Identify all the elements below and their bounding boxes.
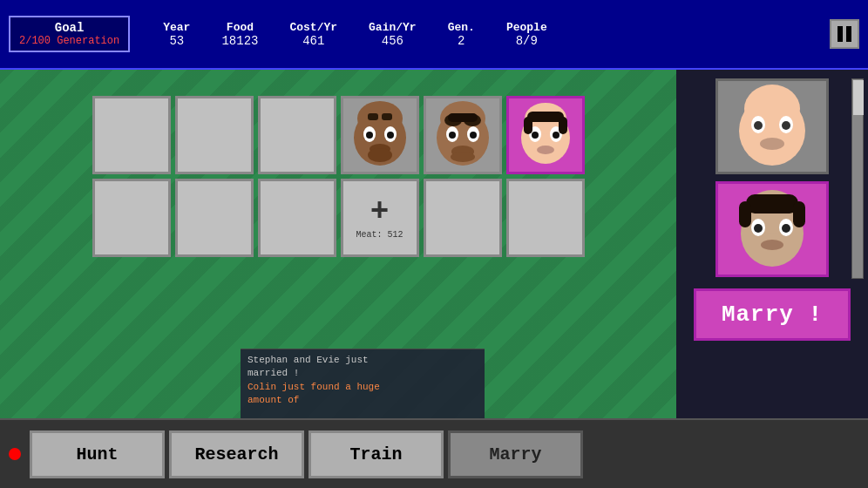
main-area: + Meat: 512 Stephan and Evie just marrie… [0, 70, 868, 418]
svg-point-15 [470, 132, 477, 139]
portrait-face-2 [720, 186, 824, 273]
research-button[interactable]: Research [169, 430, 304, 478]
svg-rect-20 [448, 113, 478, 122]
svg-point-45 [782, 224, 790, 233]
svg-point-26 [553, 132, 559, 139]
food-value: 18123 [221, 34, 258, 48]
char-slot-2[interactable] [175, 96, 254, 174]
svg-point-17 [451, 152, 475, 162]
game-area: + Meat: 512 Stephan and Evie just marrie… [0, 70, 676, 418]
portrait-face-1 [720, 83, 824, 170]
svg-rect-8 [368, 113, 378, 120]
char-slot-5[interactable] [424, 96, 502, 174]
gain-label: Gain/Yr [369, 21, 417, 34]
svg-rect-29 [524, 117, 532, 134]
svg-point-25 [532, 132, 539, 139]
char-slot-8[interactable] [175, 179, 254, 257]
stat-cost: Cost/Yr 461 [289, 21, 337, 48]
cost-label: Cost/Yr [289, 21, 337, 34]
food-label: Food [227, 21, 254, 34]
people-value: 8/9 [516, 34, 538, 48]
scroll-thumb[interactable] [853, 80, 864, 115]
svg-point-44 [754, 224, 763, 233]
character-face-4 [346, 101, 414, 169]
character-grid: + Meat: 512 [92, 96, 585, 257]
pause-icon [837, 26, 851, 42]
char-slot-1[interactable] [92, 96, 171, 174]
stat-year: Year 53 [163, 21, 190, 48]
gen-label: Gen. [448, 21, 475, 34]
goal-title: Goal [19, 21, 119, 35]
portrait-slot-2[interactable] [715, 181, 829, 277]
character-face-6 [512, 101, 580, 169]
meat-label: Meat: 512 [356, 230, 403, 240]
right-panel: Marry ! [676, 70, 868, 418]
svg-point-5 [387, 132, 394, 139]
svg-point-4 [366, 132, 373, 139]
people-label: People [506, 21, 547, 34]
char-slot-3[interactable] [258, 96, 336, 174]
svg-point-38 [760, 138, 784, 150]
svg-rect-30 [559, 117, 567, 134]
stat-gen: Gen. 2 [448, 21, 475, 48]
log-line-2: married ! [248, 367, 478, 380]
log-found: Colin just found a huge [248, 382, 380, 392]
stat-food: Food 18123 [221, 21, 258, 48]
marry-button[interactable]: Marry ! [694, 288, 851, 341]
add-slot[interactable]: + Meat: 512 [341, 179, 419, 257]
svg-rect-9 [382, 113, 392, 120]
cost-value: 461 [302, 34, 324, 48]
plus-icon: + [370, 197, 390, 228]
goal-box: Goal 2/100 Generation [9, 16, 130, 52]
marry-tab-button[interactable]: Marry [448, 430, 583, 478]
train-button[interactable]: Train [309, 430, 444, 478]
log-married: married ! [248, 368, 299, 378]
svg-point-14 [449, 132, 456, 139]
goal-sub: 2/100 Generation [19, 35, 119, 47]
char-slot-6[interactable] [506, 96, 585, 174]
svg-point-36 [754, 121, 763, 130]
svg-point-7 [368, 148, 392, 162]
svg-rect-49 [793, 201, 805, 227]
toolbar: Hunt Research Train Marry [0, 418, 868, 488]
char-slot-9[interactable] [258, 179, 336, 257]
year-value: 53 [169, 34, 184, 48]
log-line-4: amount of [248, 394, 478, 407]
character-face-5 [429, 101, 497, 169]
char-slot-11[interactable] [506, 179, 585, 257]
log-line-1: Stephan and Evie just [248, 354, 478, 367]
hunt-button[interactable]: Hunt [30, 430, 165, 478]
char-slot-7[interactable] [92, 179, 171, 257]
svg-rect-47 [746, 194, 798, 214]
char-slot-4[interactable] [341, 96, 419, 174]
red-dot-indicator [9, 448, 21, 460]
log-line-3: Colin just found a huge [248, 381, 478, 394]
svg-rect-28 [527, 112, 564, 122]
gen-value: 2 [458, 34, 465, 48]
svg-point-37 [782, 121, 790, 130]
stat-gain: Gain/Yr 456 [369, 21, 417, 48]
event-log: Stephan and Evie just married ! Colin ju… [241, 349, 485, 418]
svg-rect-48 [739, 201, 751, 227]
header-bar: Goal 2/100 Generation Year 53 Food 18123… [0, 0, 868, 70]
char-slot-10[interactable] [424, 179, 502, 257]
svg-point-46 [761, 240, 783, 250]
portrait-slot-1[interactable] [715, 78, 829, 174]
pause-button[interactable] [830, 19, 859, 49]
svg-point-27 [537, 146, 554, 154]
year-label: Year [163, 21, 190, 34]
scroll-track[interactable] [851, 78, 864, 279]
stat-people: People 8/9 [506, 21, 547, 48]
gain-value: 456 [382, 34, 403, 48]
